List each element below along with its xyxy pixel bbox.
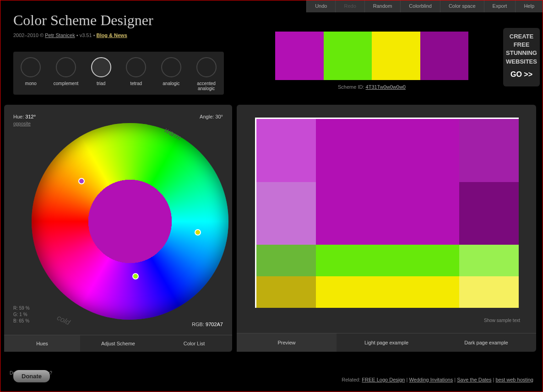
scheme-accented-analogic[interactable]: accented analogic [190,57,223,91]
rgb-percentages: R: 59 %G: 1 %B: 65 % [13,305,30,324]
promo-box[interactable]: CREATE FREE STUNNING WEBSITES GO >> [503,28,540,86]
swatch[interactable] [316,276,459,308]
donate-button[interactable]: Donate [13,370,50,382]
tetrad-icon [126,57,146,77]
redo-button[interactable]: Redo [335,0,364,12]
related-link[interactable]: FREE Logo Design [362,377,405,382]
author-link[interactable]: Petr Stanicek [45,32,75,38]
swatch-primary[interactable] [275,32,324,80]
preview-panel: Show sample text Preview Light page exam… [237,105,536,352]
blog-link[interactable]: Blog & News [97,32,127,38]
export-button[interactable]: Export [484,0,516,12]
swatch[interactable] [256,119,316,182]
preview-strip [275,32,468,80]
preview-backdrop [526,146,543,314]
swatch-grid [255,118,519,308]
swatch-secondary-1[interactable] [324,32,372,80]
related-link[interactable]: Wedding Invitations [409,377,453,382]
tab-color-list[interactable]: Color List [156,335,232,352]
analogic-icon [161,57,181,77]
help-button[interactable]: Help [515,0,543,12]
tab-dark-example[interactable]: Dark page example [436,333,536,352]
left-panel-tabs: Hues Adjust Scheme Color List [4,335,232,352]
wheel-handle-2[interactable] [195,229,201,236]
scheme-mono[interactable]: mono [14,57,48,91]
wheel-handle-3[interactable] [132,273,139,279]
color-wheel[interactable] [32,123,228,320]
swatch[interactable] [459,245,519,276]
rgb-hex: RGB: 9702A7 [192,322,223,327]
scheme-id-link[interactable]: 4T31Tw0w0w0w0 [366,84,406,90]
top-menu: Undo Redo Random Colorblind Color space … [306,0,543,12]
related-link[interactable]: Save the Dates [457,377,491,382]
footer-related: Related: FREE Logo Design | Wedding Invi… [342,377,533,382]
swatch-secondary-2[interactable] [372,32,420,80]
mono-icon [21,57,41,77]
scheme-id: Scheme ID: 4T31Tw0w0w0w0 [275,84,468,90]
swatch[interactable] [256,245,316,276]
show-sample-text-link[interactable]: Show sample text [484,318,520,323]
random-button[interactable]: Random [364,0,401,12]
accented-analogic-icon [196,57,217,77]
swatch[interactable] [459,182,519,245]
colorspace-button[interactable]: Color space [440,0,484,12]
scheme-type-selector: mono complement triad tetrad analogic ac… [13,52,224,95]
swatch-complement[interactable] [420,32,469,80]
scheme-complement[interactable]: complement [49,57,83,91]
swatch[interactable] [256,182,316,245]
tab-light-example[interactable]: Light page example [337,333,436,352]
undo-button[interactable]: Undo [306,0,335,12]
swatch[interactable] [459,276,519,308]
angle-info: Angle: 30° [200,114,223,119]
hue-info: Hue: 312° [13,114,223,119]
related-link[interactable]: best web hosting [495,377,533,382]
wheel-handle-primary[interactable] [78,178,85,184]
tab-adjust-scheme[interactable]: Adjust Scheme [80,335,156,352]
complement-icon [56,57,76,77]
swatch[interactable] [459,119,519,182]
triad-icon [91,57,111,77]
right-panel-tabs: Preview Light page example Dark page exa… [237,333,536,352]
swatch[interactable] [316,245,459,276]
swatch[interactable] [256,276,316,308]
header: Color Scheme Designer 2002–2010 © Petr S… [13,12,153,38]
colorblind-button[interactable]: Colorblind [400,0,440,12]
app-title: Color Scheme Designer [13,12,153,29]
promo-go: GO >> [505,70,538,80]
tab-preview[interactable]: Preview [237,333,337,352]
scheme-triad[interactable]: triad [84,57,118,91]
scheme-tetrad[interactable]: tetrad [119,57,153,91]
tab-hues[interactable]: Hues [4,335,80,352]
color-wheel-panel: Hue: 312° opposite Angle: 30° warm cold … [4,105,232,352]
swatch[interactable] [316,119,459,245]
scheme-analogic[interactable]: analogic [154,57,188,91]
cold-label: cold [56,314,71,327]
